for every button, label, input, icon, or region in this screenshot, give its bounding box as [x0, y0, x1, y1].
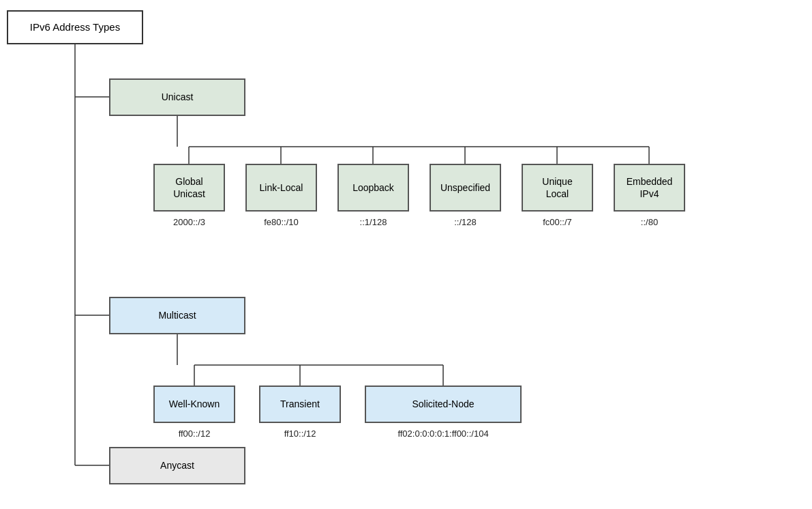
global-unicast-node: GlobalUnicast — [153, 164, 225, 212]
loopback-sublabel: ::1/128 — [337, 217, 409, 227]
multicast-label: Multicast — [158, 309, 196, 321]
transient-sublabel: ff10::/12 — [259, 428, 341, 439]
global-sublabel: 2000::/3 — [153, 217, 225, 227]
unicast-label: Unicast — [162, 91, 194, 103]
anycast-label: Anycast — [160, 459, 194, 471]
linklocal-sublabel: fe80::/10 — [245, 217, 317, 227]
diagram: IPv6 Address Types Unicast Multicast Any… — [0, 0, 812, 509]
embeddedipv4-sublabel: ::/80 — [614, 217, 685, 227]
solicitednode-node: Solicited-Node — [365, 386, 522, 423]
solicitednode-sublabel: ff02:0:0:0:0:1:ff00::/104 — [365, 428, 522, 439]
multicast-node: Multicast — [109, 297, 245, 334]
solicitednode-label: Solicited-Node — [412, 398, 474, 410]
wellknown-sublabel: ff00::/12 — [153, 428, 235, 439]
unspecified-sublabel: ::/128 — [430, 217, 501, 227]
linklocal-label: Link-Local — [260, 181, 303, 194]
anycast-node: Anycast — [109, 447, 245, 484]
root-node: IPv6 Address Types — [7, 10, 143, 44]
embeddedipv4-node: EmbeddedIPv4 — [614, 164, 685, 212]
transient-label: Transient — [280, 398, 320, 410]
unspecified-label: Unspecified — [440, 181, 490, 194]
loopback-node: Loopback — [337, 164, 409, 212]
uniquelocal-label: UniqueLocal — [542, 175, 572, 200]
unicast-node: Unicast — [109, 78, 245, 116]
uniquelocal-node: UniqueLocal — [522, 164, 593, 212]
transient-node: Transient — [259, 386, 341, 423]
uniquelocal-sublabel: fc00::/7 — [522, 217, 593, 227]
embeddedipv4-label: EmbeddedIPv4 — [627, 175, 673, 200]
unspecified-node: Unspecified — [430, 164, 501, 212]
wellknown-label: Well-Known — [169, 398, 220, 410]
global-label: GlobalUnicast — [173, 175, 205, 200]
root-label: IPv6 Address Types — [30, 20, 120, 34]
wellknown-node: Well-Known — [153, 386, 235, 423]
loopback-label: Loopback — [352, 181, 394, 194]
linklocal-node: Link-Local — [245, 164, 317, 212]
